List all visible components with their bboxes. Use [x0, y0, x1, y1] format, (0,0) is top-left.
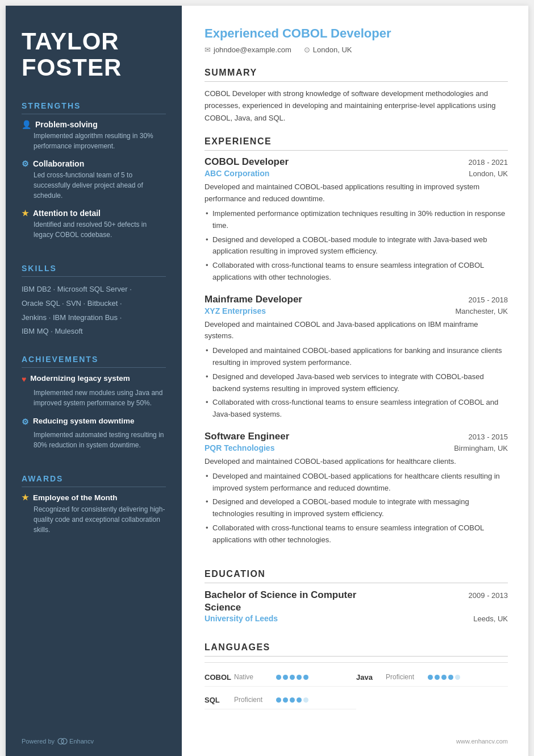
edu-dates-1: 2009 - 2013 — [469, 591, 508, 600]
strength-item-1: 👤 Problem-solving Implemented algorithm … — [22, 120, 166, 151]
contact-line: ✉ johndoe@example.com ⊙ London, UK — [205, 45, 508, 54]
exp-role-2: Mainframe Developer — [205, 294, 302, 305]
award-star-icon: ★ — [22, 493, 29, 502]
job-title: Experienced COBOL Developer — [205, 26, 508, 41]
summary-title: SUMMARY — [205, 68, 508, 82]
main-content: Experienced COBOL Developer ✉ johndoe@ex… — [182, 6, 528, 756]
exp-company-2: XYZ Enterprises — [205, 306, 266, 315]
lang-level-java: Proficient — [386, 673, 423, 681]
summary-section: SUMMARY COBOL Developer with strong know… — [205, 68, 508, 124]
achievement-item-1: ♥ Modernizing legacy system Implemented … — [22, 373, 166, 408]
lang-level-cobol: Native — [234, 673, 272, 681]
award-item-1: ★ Employee of the Month Recognized for c… — [22, 493, 166, 535]
svg-point-0 — [58, 738, 64, 744]
heart-icon: ♥ — [22, 374, 26, 385]
exp-entry-2: Mainframe Developer 2015 - 2018 XYZ Ente… — [205, 294, 508, 421]
languages-title: LANGUAGES — [205, 642, 508, 657]
exp-bullet-3-2: Designed and developed a COBOL-based mod… — [205, 496, 508, 520]
exp-company-3: PQR Technologies — [205, 443, 274, 452]
exp-dates-3: 2013 - 2015 — [469, 433, 508, 441]
exp-bullet-2-3: Collaborated with cross-functional teams… — [205, 397, 508, 421]
strengths-title: STRENGTHS — [22, 101, 166, 114]
strengths-section: STRENGTHS 👤 Problem-solving Implemented … — [22, 101, 166, 248]
lang-level-sql: Proficient — [234, 696, 272, 704]
edu-entry-1: Bachelor of Science in Computer Science … — [205, 589, 508, 623]
gear-icon: ⚙ — [22, 159, 29, 168]
edu-degree-1: Bachelor of Science in Computer Science — [205, 589, 375, 614]
exp-role-3: Software Engineer — [205, 431, 289, 442]
exp-location-3: Birmingham, UK — [454, 444, 508, 452]
enhancv-logo-icon — [57, 738, 68, 745]
experience-section: EXPERIENCE COBOL Developer 2018 - 2021 A… — [205, 136, 508, 556]
exp-bullets-3: Developed and maintained COBOL-based app… — [205, 471, 508, 546]
exp-entry-3: Software Engineer 2013 - 2015 PQR Techno… — [205, 431, 508, 546]
exp-desc-1: Developed and maintained COBOL-based app… — [205, 181, 508, 205]
exp-dates-2: 2015 - 2018 — [469, 296, 508, 304]
location-contact: ⊙ London, UK — [304, 45, 352, 54]
powered-by: Powered by Enhancv — [22, 726, 166, 745]
skills-section: SKILLS IBM DB2 · Microsoft SQL Server · … — [22, 264, 166, 339]
experience-title: EXPERIENCE — [205, 136, 508, 151]
star-icon: ★ — [22, 209, 29, 218]
edu-school-1: University of Leeds — [205, 614, 278, 623]
exp-bullet-3-3: Collaborated with cross-functional teams… — [205, 522, 508, 546]
exp-desc-2: Developed and maintained COBOL and Java-… — [205, 319, 508, 343]
exp-role-1: COBOL Developer — [205, 156, 289, 168]
exp-location-2: Manchester, UK — [456, 307, 508, 315]
achievements-section: ACHIEVEMENTS ♥ Modernizing legacy system… — [22, 355, 166, 458]
skills-list: IBM DB2 · Microsoft SQL Server · Oracle … — [22, 283, 166, 339]
skills-title: SKILLS — [22, 264, 166, 277]
education-section: EDUCATION Bachelor of Science in Compute… — [205, 569, 508, 630]
edu-location-1: Leeds, UK — [473, 614, 508, 623]
achievements-title: ACHIEVEMENTS — [22, 355, 166, 368]
lang-name-java: Java — [356, 673, 381, 682]
lang-dots-cobol — [276, 675, 308, 680]
strength-item-3: ★ Attention to detail Identified and res… — [22, 209, 166, 240]
exp-bullet-2-2: Designed and developed Java-based web se… — [205, 371, 508, 395]
resume: TAYLOR FOSTER STRENGTHS 👤 Problem-solvin… — [6, 6, 528, 756]
email-contact: ✉ johndoe@example.com — [205, 45, 291, 54]
sidebar: TAYLOR FOSTER STRENGTHS 👤 Problem-solvin… — [6, 6, 182, 756]
exp-bullet-3-1: Developed and maintained COBOL-based app… — [205, 471, 508, 495]
exp-bullet-1-3: Collaborated with cross-functional teams… — [205, 260, 508, 284]
exp-company-1: ABC Corporation — [205, 169, 269, 178]
lang-name-sql: SQL — [205, 696, 230, 704]
exp-bullet-2-1: Developed and maintained COBOL-based app… — [205, 345, 508, 369]
exp-location-1: London, UK — [469, 169, 508, 178]
lang-name-cobol: COBOL — [205, 673, 230, 682]
exp-bullets-2: Developed and maintained COBOL-based app… — [205, 345, 508, 421]
candidate-name: TAYLOR FOSTER — [22, 28, 166, 81]
main-header: Experienced COBOL Developer ✉ johndoe@ex… — [205, 26, 508, 54]
person-icon: 👤 — [22, 120, 31, 129]
achievement-item-2: ⚙ Reducing system downtime Implemented a… — [22, 416, 166, 451]
lang-dots-sql — [276, 697, 308, 703]
lang-row-cobol: COBOL Native — [205, 668, 356, 687]
svg-point-1 — [61, 738, 67, 744]
exp-bullet-1-1: Implemented performance optimization tec… — [205, 208, 508, 232]
exp-bullets-1: Implemented performance optimization tec… — [205, 208, 508, 284]
lang-dots-java — [428, 675, 460, 680]
languages-grid: COBOL Native Java Proficient — [205, 662, 508, 709]
awards-title: AWARDS — [22, 474, 166, 487]
exp-entry-1: COBOL Developer 2018 - 2021 ABC Corporat… — [205, 156, 508, 283]
exp-dates-1: 2018 - 2021 — [469, 158, 508, 167]
gear2-icon: ⚙ — [22, 417, 29, 428]
email-icon: ✉ — [205, 45, 211, 54]
lang-row-sql: SQL Proficient — [205, 691, 356, 709]
exp-desc-3: Developed and maintained COBOL-based app… — [205, 456, 508, 468]
location-icon: ⊙ — [304, 45, 310, 54]
exp-bullet-1-2: Designed and developed a COBOL-based mod… — [205, 234, 508, 258]
education-title: EDUCATION — [205, 569, 508, 583]
awards-section: AWARDS ★ Employee of the Month Recognize… — [22, 474, 166, 543]
strength-item-2: ⚙ Collaboration Led cross-functional tea… — [22, 159, 166, 201]
lang-row-java: Java Proficient — [356, 668, 508, 687]
footer-url: www.enhancv.com — [205, 729, 508, 745]
summary-text: COBOL Developer with strong knowledge of… — [205, 88, 508, 124]
languages-section: LANGUAGES COBOL Native Java Pr — [205, 642, 508, 709]
